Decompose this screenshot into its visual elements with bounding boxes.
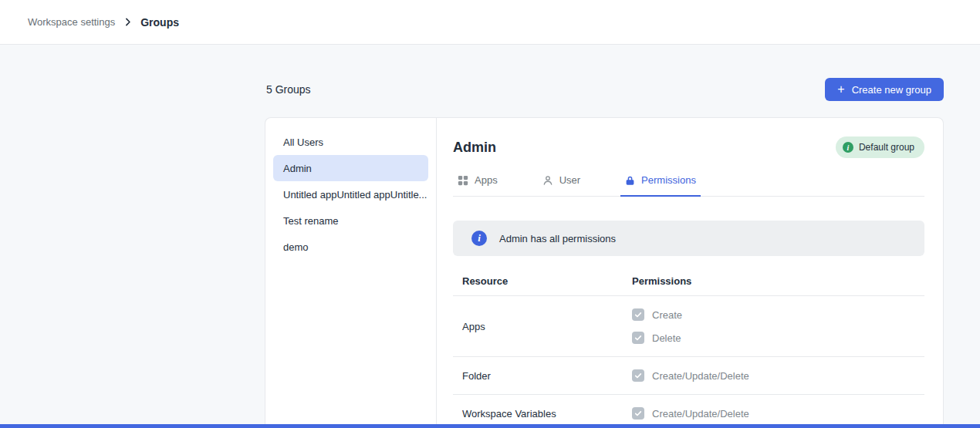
permission-label: Create/Update/Delete [652, 370, 749, 382]
table-row: AppsCreateDelete [453, 296, 924, 357]
resource-name: Folder [462, 370, 632, 382]
column-header-permissions: Permissions [632, 275, 915, 287]
create-new-group-label: Create new group [852, 84, 931, 96]
table-row: FolderCreate/Update/Delete [453, 357, 924, 395]
tab-apps[interactable]: Apps [453, 171, 502, 197]
groups-card: All UsersAdminUntitled appUntitled appUn… [265, 117, 944, 428]
breadcrumb: Workspace settings Groups [28, 16, 179, 29]
permission-checkbox[interactable] [632, 332, 644, 344]
bottom-accent-bar [0, 424, 980, 428]
group-list-item[interactable]: Test rename [273, 207, 428, 234]
permissions-info-text: Admin has all permissions [499, 233, 616, 244]
user-icon [542, 175, 553, 186]
group-list-item[interactable]: All Users [273, 129, 428, 155]
permission-item: Delete [632, 332, 915, 344]
group-list: All UsersAdminUntitled appUntitled appUn… [265, 118, 437, 428]
permission-item: Create [632, 308, 915, 321]
top-header: Workspace settings Groups [0, 0, 980, 45]
permission-checkbox[interactable] [632, 308, 644, 321]
tab-user[interactable]: User [538, 171, 585, 197]
permission-list: Create/Update/Delete [632, 369, 915, 382]
permission-item: Create/Update/Delete [632, 369, 915, 382]
create-new-group-button[interactable]: + Create new group [825, 78, 944, 101]
permission-label: Delete [652, 332, 681, 344]
default-group-badge-label: Default group [859, 142, 914, 153]
default-group-badge: i Default group [836, 136, 924, 158]
group-title: Admin [453, 140, 496, 156]
tab-label: Apps [475, 174, 498, 186]
apps-grid-icon [458, 175, 468, 186]
tab-label: Permissions [641, 174, 696, 186]
group-detail-panel: Admin i Default group AppsUserPermission… [437, 118, 943, 428]
permission-checkbox[interactable] [632, 407, 644, 420]
permissions-table: Resource Permissions AppsCreateDeleteFol… [453, 267, 924, 428]
resource-name: Apps [462, 321, 632, 332]
breadcrumb-workspace-settings[interactable]: Workspace settings [28, 16, 115, 28]
permission-label: Create/Update/Delete [652, 408, 749, 420]
groups-page: 5 Groups + Create new group All UsersAdm… [265, 78, 944, 428]
tab-label: User [559, 174, 580, 186]
tab-permissions[interactable]: Permissions [620, 171, 701, 197]
breadcrumb-current-groups: Groups [140, 16, 179, 29]
group-detail-header: Admin i Default group [453, 136, 924, 158]
permissions-info-banner: i Admin has all permissions [453, 221, 924, 256]
info-circle-icon: i [471, 231, 487, 246]
lock-icon [625, 175, 635, 186]
permission-list: Create/Update/Delete [632, 407, 915, 420]
permission-checkbox[interactable] [632, 369, 644, 382]
column-header-resource: Resource [462, 275, 632, 287]
group-detail-tabs: AppsUserPermissions [453, 171, 924, 197]
permissions-table-header: Resource Permissions [453, 267, 924, 296]
resource-name: Workspace Variables [462, 408, 632, 420]
plus-icon: + [837, 83, 844, 96]
permission-label: Create [652, 309, 682, 321]
permission-item: Create/Update/Delete [632, 407, 915, 420]
info-circle-icon: i [843, 142, 853, 153]
groups-toolbar: 5 Groups + Create new group [265, 78, 944, 101]
permission-list: CreateDelete [632, 308, 915, 344]
permissions-table-body: AppsCreateDeleteFolderCreate/Update/Dele… [453, 296, 924, 428]
group-list-item[interactable]: demo [273, 234, 428, 260]
groups-count-label: 5 Groups [265, 83, 311, 96]
table-row: Workspace VariablesCreate/Update/Delete [453, 395, 924, 428]
group-list-item[interactable]: Admin [273, 155, 428, 181]
group-list-item[interactable]: Untitled appUntitled appUntitle... [273, 181, 428, 207]
chevron-right-icon [123, 17, 133, 27]
